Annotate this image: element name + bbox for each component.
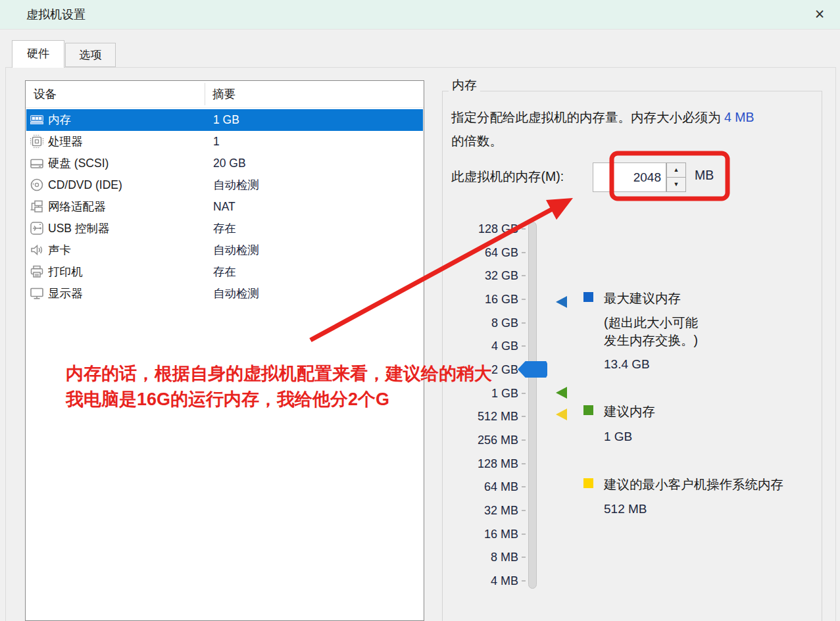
device-summary: 1 <box>213 131 220 153</box>
legend-minimum-value: 512 MB <box>604 502 647 516</box>
table-row-cd-dvd[interactable]: CD/DVD (IDE) 自动检测 <box>26 174 423 196</box>
scale-tick <box>522 416 526 417</box>
table-row-printer[interactable]: 打印机 存在 <box>26 261 423 283</box>
printer-icon <box>30 264 44 279</box>
scale-tick <box>522 510 526 511</box>
device-summary: 20 GB <box>213 153 246 174</box>
spinner-down-icon[interactable]: ▼ <box>666 177 686 192</box>
legend-square-blue <box>583 292 593 302</box>
memory-input-label: 此虚拟机的内存(M): <box>451 168 564 186</box>
legend-square-green <box>583 405 593 415</box>
scale-tick <box>522 228 526 230</box>
device-name: 声卡 <box>48 239 71 261</box>
device-summary: 自动检测 <box>213 174 259 196</box>
scale-label: 32 GB <box>428 269 518 282</box>
legend-max-note-line2: 发生内存交换。) <box>604 332 698 349</box>
scale-label: 128 GB <box>428 222 518 236</box>
legend-max-recommended-label: 最大建议内存 <box>604 289 681 307</box>
scale-label: 256 MB <box>428 434 518 447</box>
spinner-up-icon[interactable]: ▲ <box>666 162 686 178</box>
vm-settings-dialog: 虚拟机设置 × 硬件 选项 设备 摘要 内存 1 GB 处理器 1 <box>0 0 840 621</box>
scale-label: 16 MB <box>428 528 518 541</box>
scale-tick <box>522 393 526 394</box>
memory-unit-label: MB <box>695 168 714 183</box>
device-summary: 自动检测 <box>213 239 259 261</box>
table-row-hard-disk[interactable]: 硬盘 (SCSI) 20 GB <box>26 153 423 174</box>
title-bar: 虚拟机设置 × <box>0 0 840 30</box>
table-row-network-adapter[interactable]: 网络适配器 NAT <box>26 196 423 218</box>
table-row-display[interactable]: 显示器 自动检测 <box>26 283 423 305</box>
scale-tick <box>522 275 526 276</box>
memory-slider-track[interactable] <box>528 222 537 589</box>
device-summary: 存在 <box>213 218 236 239</box>
cd-dvd-icon <box>30 178 44 192</box>
scale-label: 128 MB <box>428 457 518 470</box>
legend-minimum-label: 建议的最小客户机操作系统内存 <box>604 476 783 493</box>
memory-input[interactable]: 2048 <box>593 162 666 192</box>
memory-icon <box>30 112 44 127</box>
legend-max-recommended-value: 13.4 GB <box>604 357 650 372</box>
memory-description-text2: 的倍数。 <box>451 134 503 148</box>
annotation-line1: 内存的话，根据自身的虚拟机配置来看，建议给的稍大 <box>66 364 492 384</box>
device-summary: NAT <box>213 196 235 218</box>
scale-label: 16 GB <box>428 293 518 306</box>
dialog-title: 虚拟机设置 <box>26 0 86 29</box>
legend-max-note-line1: (超出此大小可能 <box>604 314 698 332</box>
device-list: 设备 摘要 内存 1 GB 处理器 1 硬盘 (SCSI) 20 GB <box>25 80 424 621</box>
processor-icon <box>30 134 44 149</box>
scale-tick <box>522 322 526 324</box>
scale-label: 64 MB <box>428 480 518 493</box>
network-adapter-icon <box>30 199 44 214</box>
table-row-sound-card[interactable]: 声卡 自动检测 <box>26 239 423 261</box>
sound-card-icon <box>30 243 44 257</box>
device-name: 打印机 <box>48 261 83 283</box>
column-header-summary: 摘要 <box>212 86 235 102</box>
device-name: 处理器 <box>48 131 83 153</box>
scale-tick <box>522 463 526 464</box>
device-name: 内存 <box>48 109 71 131</box>
scale-label: 4 GB <box>428 339 518 353</box>
memory-description: 指定分配给此虚拟机的内存量。内存大小必须为 4 MB 的倍数。 <box>451 105 810 153</box>
table-row-memory[interactable]: 内存 1 GB <box>26 109 423 131</box>
scale-tick <box>522 486 526 487</box>
device-name: CD/DVD (IDE) <box>48 174 122 196</box>
device-name: 网络适配器 <box>48 196 106 218</box>
scale-tick <box>522 580 526 582</box>
scale-label: 8 GB <box>428 316 518 330</box>
device-summary: 1 GB <box>213 109 239 131</box>
scale-tick <box>522 557 526 558</box>
max-recommended-marker-icon <box>556 296 567 308</box>
tab-options[interactable]: 选项 <box>65 43 116 67</box>
minimum-marker-icon <box>556 409 567 420</box>
scale-tick <box>522 534 526 535</box>
display-icon <box>30 286 44 301</box>
device-name: USB 控制器 <box>48 218 109 239</box>
table-row-usb-controller[interactable]: USB 控制器 存在 <box>26 218 423 239</box>
legend-recommended-value: 1 GB <box>604 430 632 444</box>
header-underline <box>26 107 424 108</box>
scale-tick <box>522 439 526 441</box>
legend-recommended-label: 建议内存 <box>604 403 655 420</box>
tab-hardware[interactable]: 硬件 <box>12 40 64 68</box>
memory-spinner: ▲ ▼ <box>666 162 686 192</box>
legend-square-yellow <box>583 478 593 488</box>
scale-label: 8 MB <box>428 551 518 564</box>
annotation-line2: 我电脑是16G的运行内存，我给他分2个G <box>66 389 389 409</box>
table-row-processor[interactable]: 处理器 1 <box>26 131 423 153</box>
device-name: 硬盘 (SCSI) <box>48 153 109 174</box>
scale-tick <box>522 299 526 300</box>
scale-tick <box>522 345 526 347</box>
device-summary: 存在 <box>213 261 236 283</box>
scale-label: 4 MB <box>428 574 518 587</box>
column-divider <box>205 83 205 105</box>
scale-label: 64 GB <box>428 246 518 259</box>
close-icon[interactable]: × <box>804 0 835 29</box>
hard-disk-icon <box>30 156 44 170</box>
memory-granularity-value: 4 MB <box>724 110 754 124</box>
usb-controller-icon <box>30 221 44 236</box>
memory-group-title: 内存 <box>449 77 480 94</box>
scale-label: 32 MB <box>428 504 518 517</box>
memory-description-text: 指定分配给此虚拟机的内存量。内存大小必须为 <box>451 110 721 124</box>
annotation-text: 内存的话，根据自身的虚拟机配置来看，建议给的稍大 我电脑是16G的运行内存，我给… <box>66 361 492 412</box>
scale-tick <box>522 252 526 253</box>
